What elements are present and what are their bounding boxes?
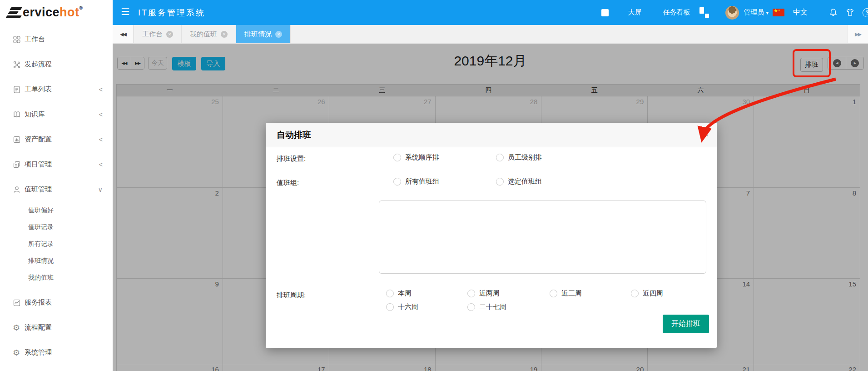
process-gear-icon: ⚙	[13, 324, 25, 332]
tab-close-icon[interactable]: ×	[221, 31, 228, 38]
chevron-left-icon: <	[99, 136, 103, 143]
radio-option-员工级别排[interactable]: 员工级别排	[496, 153, 542, 162]
radio-icon[interactable]	[386, 303, 394, 311]
tabs-scroll-right-icon[interactable]: ▶▶	[847, 25, 868, 43]
tab-我的值班[interactable]: 我的值班×	[182, 25, 236, 43]
radio-icon[interactable]	[393, 178, 401, 186]
radio-label: 选定值班组	[508, 177, 542, 186]
fullscreen-icon[interactable]	[601, 9, 609, 16]
user-menu[interactable]: 管理员▾	[744, 8, 769, 17]
tabs-scroll-left-icon[interactable]: ◀◀	[113, 25, 134, 43]
sidebar-item-流程配置[interactable]: ⚙流程配置	[0, 315, 113, 340]
close-icon[interactable]: ×	[703, 129, 709, 140]
worklist-icon	[13, 85, 25, 94]
sidebar-item-工单列表[interactable]: 工单列表<	[0, 77, 113, 102]
field-label: 排班设置:	[277, 155, 306, 163]
radio-label: 员工级别排	[508, 153, 542, 162]
sidebar-item-项目管理[interactable]: 项目管理<	[0, 152, 113, 177]
sidebar-subitem-label: 值班偏好	[28, 206, 54, 215]
sidebar-item-值班管理[interactable]: 值班管理∨	[0, 177, 113, 202]
radio-icon[interactable]	[467, 290, 475, 297]
sidebar-subitem-排班情况[interactable]: 排班情况	[0, 252, 113, 269]
radio-option-选定值班组[interactable]: 选定值班组	[496, 177, 542, 186]
radio-option-十六周[interactable]: 十六周	[386, 303, 418, 311]
person-icon	[13, 186, 25, 194]
radio-label: 所有值班组	[405, 177, 439, 186]
sidebar-item-label: 工作台	[25, 35, 45, 44]
radio-icon[interactable]	[467, 303, 475, 311]
sidebar-item-label: 项目管理	[25, 160, 52, 169]
radio-option-系统顺序排[interactable]: 系统顺序排	[393, 153, 439, 162]
sidebar-subitem-我的值班[interactable]: 我的值班	[0, 269, 113, 286]
sidebar-subitem-label: 所有记录	[28, 240, 54, 248]
radio-label: 十六周	[398, 303, 418, 311]
tab-close-icon[interactable]: ×	[275, 31, 282, 38]
sidebar-item-label: 工单列表	[25, 85, 52, 94]
sidebar-item-label: 资产配置	[25, 135, 52, 144]
sidebar-item-资产配置[interactable]: 资产配置<	[0, 127, 113, 152]
tabbar: ◀◀ 工作台×我的值班×排班情况× ▶▶	[113, 25, 868, 44]
menu-toggle-icon[interactable]: ☰	[121, 7, 130, 17]
help-icon[interactable]: ?	[863, 8, 868, 17]
avatar[interactable]	[725, 6, 739, 20]
app-title: IT服务管理系统	[138, 7, 205, 18]
radio-icon[interactable]	[386, 290, 394, 297]
start-schedule-button[interactable]: 开始排班	[663, 315, 709, 333]
radio-icon[interactable]	[393, 154, 401, 161]
sidebar-item-知识库[interactable]: 知识库<	[0, 102, 113, 127]
radio-label: 系统顺序排	[405, 153, 439, 162]
book-icon	[13, 110, 25, 119]
chevron-left-icon: <	[99, 86, 103, 93]
radio-option-二十七周[interactable]: 二十七周	[467, 303, 506, 311]
tab-工作台[interactable]: 工作台×	[134, 25, 182, 43]
sidebar-item-系统管理[interactable]: ⚙系统管理	[0, 340, 113, 365]
tab-label: 工作台	[142, 30, 163, 39]
brand-s-icon	[6, 6, 21, 19]
sidebar-item-label: 系统管理	[25, 348, 52, 357]
tab-排班情况[interactable]: 排班情况×	[236, 25, 291, 43]
chevron-left-icon: <	[99, 111, 103, 118]
radio-label: 本周	[398, 289, 412, 298]
task-board-link[interactable]: 任务看板	[663, 8, 690, 17]
sidebar-subitem-值班记录[interactable]: 值班记录	[0, 219, 113, 236]
sidebar-item-服务报表[interactable]: 服务报表	[0, 290, 113, 315]
radio-icon[interactable]	[496, 154, 504, 161]
modal-header: 自动排班 ×	[266, 123, 717, 147]
tab-label: 我的值班	[190, 30, 217, 39]
radio-option-近四周[interactable]: 近四周	[631, 289, 663, 298]
modal-title: 自动排班	[266, 123, 717, 147]
radio-label: 二十七周	[479, 303, 506, 311]
radio-icon[interactable]	[631, 290, 639, 297]
language-switch[interactable]: 中文	[793, 8, 808, 17]
radio-icon[interactable]	[496, 178, 504, 186]
chevron-down-icon: ▾	[766, 10, 769, 15]
sidebar-subitem-label: 我的值班	[28, 274, 54, 282]
china-flag-icon: ★★	[773, 9, 784, 16]
sidebar-item-label: 服务报表	[25, 298, 52, 307]
radio-option-近两周[interactable]: 近两周	[467, 289, 500, 298]
radio-label: 近四周	[643, 289, 663, 298]
duty-group-box[interactable]	[379, 201, 706, 274]
radio-option-本周[interactable]: 本周	[386, 289, 412, 298]
sidebar-subitem-所有记录[interactable]: 所有记录	[0, 236, 113, 252]
asset-icon	[13, 135, 25, 144]
bell-icon[interactable]	[829, 8, 838, 17]
sidebar-subitem-label: 排班情况	[28, 257, 54, 265]
calendar-page: 2019年12月 ◀◀ ▶▶ 今天 模板 导入 排班 ◀ ▶ 一二三四五六日 2…	[113, 44, 868, 371]
topbar-right: 大屏 任务看板 管理员▾ ★★ 中文 ?	[601, 0, 868, 25]
big-screen-link[interactable]: 大屏	[628, 8, 641, 17]
sidebar-item-工作台[interactable]: 工作台	[0, 27, 113, 52]
sidebar-subitem-值班偏好[interactable]: 值班偏好	[0, 202, 113, 219]
sidebar-nav: 工作台发起流程工单列表<知识库<资产配置<项目管理<值班管理∨值班偏好值班记录所…	[0, 27, 113, 365]
tab-close-icon[interactable]: ×	[166, 31, 173, 38]
field-label: 排班周期:	[277, 291, 306, 300]
radio-option-所有值班组[interactable]: 所有值班组	[393, 177, 439, 186]
shirt-icon[interactable]	[846, 8, 854, 17]
sidebar-item-发起流程[interactable]: 发起流程	[0, 52, 113, 77]
chevron-left-icon: <	[99, 161, 103, 168]
radio-option-近三周[interactable]: 近三周	[550, 289, 582, 298]
project-icon	[13, 160, 25, 169]
sidebar-sublist: 值班偏好值班记录所有记录排班情况我的值班	[0, 202, 113, 286]
radio-icon[interactable]	[550, 290, 557, 297]
dashboard-icon[interactable]	[699, 7, 710, 18]
